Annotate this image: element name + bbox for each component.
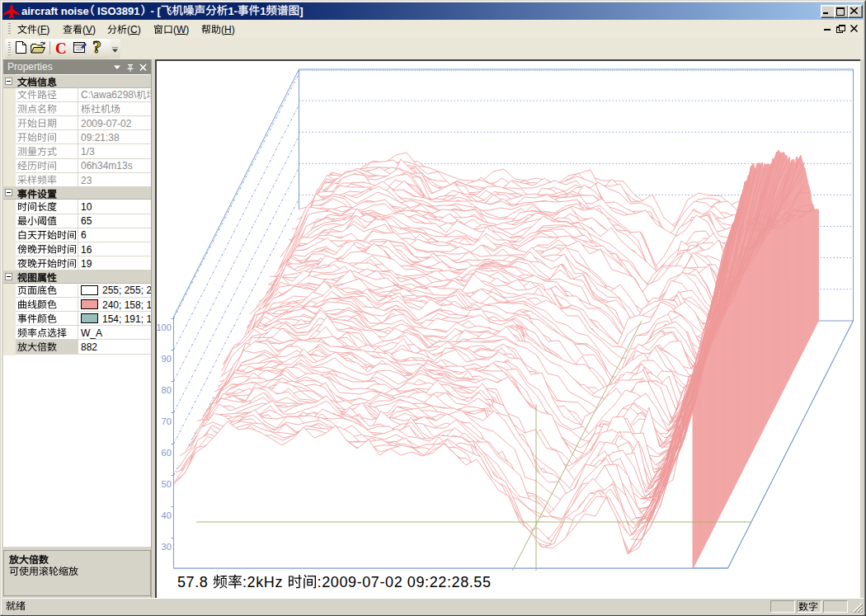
svg-text:(: ( [37,24,40,35]
svg-text:1-: 1- [228,5,238,17]
svg-text:57.8: 57.8 [177,574,213,590]
svg-text:80: 80 [162,385,172,395]
svg-text:6: 6 [81,229,87,241]
svg-text:10: 10 [81,201,92,213]
svg-text:70: 70 [162,416,172,426]
svg-text:ISO3891: ISO3891 [97,5,139,17]
svg-text:(: ( [82,24,86,35]
svg-text:]: ] [299,5,303,17]
svg-text::2kHz: :2kHz [242,574,288,590]
svg-text:aircraft noise: aircraft noise [21,5,89,17]
svg-text:W_A: W_A [81,327,102,339]
svg-text:100: 100 [156,322,171,332]
svg-text:): ) [46,24,49,35]
svg-text:): ) [232,24,235,35]
svg-text:23: 23 [81,175,92,186]
svg-text:(: ( [221,24,224,35]
svg-text:255; 255; 25: 255; 255; 25 [102,284,158,296]
svg-text:): ) [186,24,189,35]
svg-text:): ) [92,24,96,35]
svg-text:1: 1 [260,5,266,17]
svg-text:(: ( [127,24,130,35]
svg-text:60: 60 [162,448,172,458]
svg-text:154; 191; 18: 154; 191; 18 [102,313,158,325]
svg-text:2009-07-02: 2009-07-02 [81,118,132,129]
svg-text:(: ( [173,24,176,35]
svg-text:882: 882 [81,341,97,353]
svg-text:50: 50 [162,479,172,489]
svg-text:- [: - [ [148,5,162,17]
svg-text:06h34m13s: 06h34m13s [81,160,133,172]
svg-text:1/3: 1/3 [81,146,95,158]
svg-text:30: 30 [162,542,172,552]
svg-text:C:\awa6298\: C:\awa6298\ [81,89,137,101]
svg-text:): ) [138,24,141,35]
svg-text:16: 16 [81,244,92,256]
svg-text:240; 158; 15: 240; 158; 15 [102,299,158,311]
svg-text:09:21:38: 09:21:38 [81,132,120,143]
svg-text::2009-07-02 09:22:28.55: :2009-07-02 09:22:28.55 [318,574,492,590]
svg-text:90: 90 [162,354,172,364]
svg-text:19: 19 [81,258,92,270]
svg-text:65: 65 [81,215,92,227]
svg-text:40: 40 [162,510,172,520]
